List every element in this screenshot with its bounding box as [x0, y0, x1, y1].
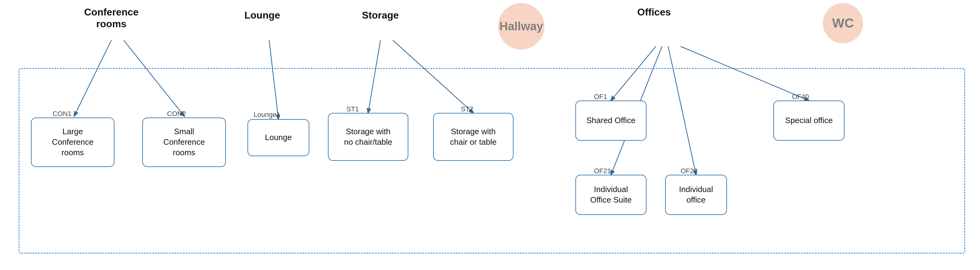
node-st1: Storage withno chair/table	[328, 113, 408, 161]
node-st2: Storage withchair or table	[433, 113, 514, 161]
node-lounge1: Lounge	[248, 119, 309, 156]
code-of40: OF40	[792, 93, 809, 101]
code-of1: OF1	[594, 93, 607, 101]
code-lounge1: Lounge1	[254, 111, 280, 119]
node-of21: IndividualOffice Suite	[575, 175, 646, 215]
category-storage: Storage	[362, 9, 399, 21]
diagram: Conference rooms Lounge Storage Hallway …	[0, 0, 980, 270]
code-of22: OF22	[681, 167, 698, 175]
category-conference-rooms: Conference rooms	[84, 6, 139, 30]
code-con2: CON2	[167, 110, 186, 118]
code-st1: ST1	[347, 105, 359, 113]
category-offices: Offices	[637, 6, 671, 18]
node-of40: Special office	[773, 100, 845, 141]
node-of22: Individualoffice	[665, 175, 727, 215]
category-wc: WC	[823, 3, 863, 43]
code-st2: ST2	[461, 105, 473, 113]
code-con1: CON1	[52, 110, 72, 118]
node-of1: Shared Office	[575, 100, 646, 141]
category-hallway: Hallway	[498, 3, 544, 49]
category-lounge: Lounge	[244, 9, 280, 21]
node-con1: LargeConferencerooms	[31, 118, 115, 167]
code-of21: OF21	[594, 167, 611, 175]
node-con2: SmallConferencerooms	[142, 118, 226, 167]
